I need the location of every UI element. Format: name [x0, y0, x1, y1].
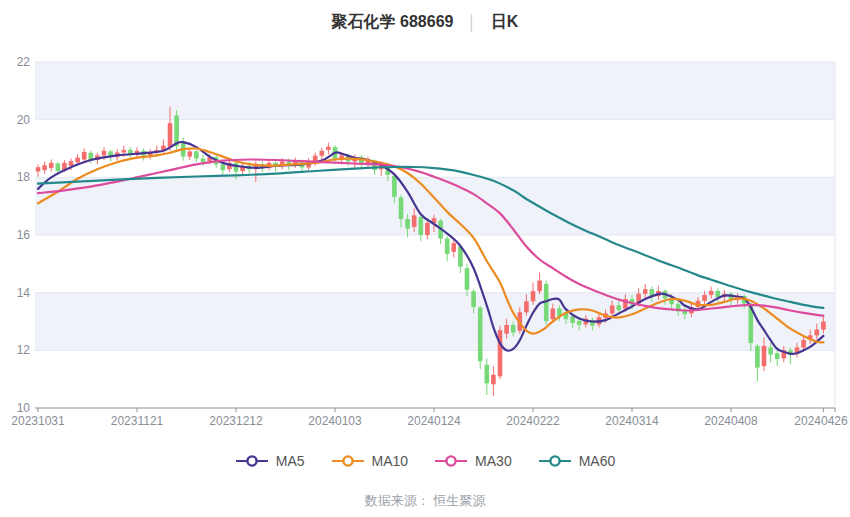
svg-text:20240426: 20240426 — [794, 414, 848, 428]
candle[interactable] — [438, 219, 443, 244]
ma-legend: MA5MA10MA30MA60 — [0, 453, 850, 469]
data-source: 数据来源： 恒生聚源 — [0, 492, 850, 510]
candle[interactable] — [293, 158, 298, 168]
svg-text:20240314: 20240314 — [605, 414, 659, 428]
legend-item-ma30[interactable]: MA30 — [434, 453, 512, 469]
candle[interactable] — [148, 149, 153, 159]
x-axis — [35, 408, 835, 412]
candle[interactable] — [465, 264, 470, 296]
svg-text:20240408: 20240408 — [704, 414, 758, 428]
candle[interactable] — [326, 143, 331, 155]
candle[interactable] — [537, 273, 542, 295]
legend-label: MA5 — [276, 453, 305, 469]
candle[interactable] — [478, 306, 483, 370]
legend-label: MA10 — [372, 453, 409, 469]
candle[interactable] — [755, 344, 760, 382]
candle[interactable] — [188, 149, 193, 161]
ma10-legend-marker — [331, 454, 365, 468]
candle[interactable] — [419, 215, 424, 242]
candle[interactable] — [42, 162, 47, 174]
svg-text:16: 16 — [17, 228, 31, 242]
svg-text:20240222: 20240222 — [506, 414, 560, 428]
svg-text:20240124: 20240124 — [407, 414, 461, 428]
kline-chart[interactable]: 1012141618202220231031202311212023121220… — [0, 0, 850, 445]
candle[interactable] — [194, 150, 199, 163]
candle[interactable] — [320, 148, 325, 160]
svg-text:20: 20 — [17, 113, 31, 127]
candle[interactable] — [359, 155, 364, 167]
legend-item-ma10[interactable]: MA10 — [331, 453, 409, 469]
candle[interactable] — [485, 358, 490, 395]
y-axis-labels: 10121416182022 — [17, 55, 31, 415]
svg-text:20231031: 20231031 — [11, 414, 65, 428]
candle[interactable] — [445, 236, 450, 261]
candle[interactable] — [135, 147, 140, 158]
candle[interactable] — [36, 164, 41, 176]
legend-item-ma5[interactable]: MA5 — [235, 453, 305, 469]
ma5-legend-marker — [235, 454, 269, 468]
kline-chart-page: 聚石化学 688669 │ 日K 10121416182022202310312… — [0, 0, 850, 517]
svg-text:10: 10 — [17, 401, 31, 415]
candle[interactable] — [491, 366, 496, 396]
legend-label: MA30 — [475, 453, 512, 469]
candle[interactable] — [89, 151, 94, 164]
ma30-legend-marker — [434, 454, 468, 468]
candles-layer — [36, 107, 826, 396]
x-axis-labels: 2023103120231121202312122024010320240124… — [11, 414, 848, 428]
svg-text:18: 18 — [17, 170, 31, 184]
candle[interactable] — [498, 326, 503, 379]
candle[interactable] — [366, 157, 371, 168]
legend-item-ma60[interactable]: MA60 — [538, 453, 616, 469]
svg-text:22: 22 — [17, 55, 31, 69]
legend-label: MA60 — [579, 453, 616, 469]
svg-text:12: 12 — [17, 343, 31, 357]
candle[interactable] — [49, 160, 54, 172]
ma60-legend-marker — [538, 454, 572, 468]
candle[interactable] — [141, 149, 146, 161]
svg-text:14: 14 — [17, 286, 31, 300]
svg-text:20231212: 20231212 — [209, 414, 263, 428]
svg-text:20231121: 20231121 — [111, 414, 164, 428]
svg-text:20240103: 20240103 — [308, 414, 362, 428]
